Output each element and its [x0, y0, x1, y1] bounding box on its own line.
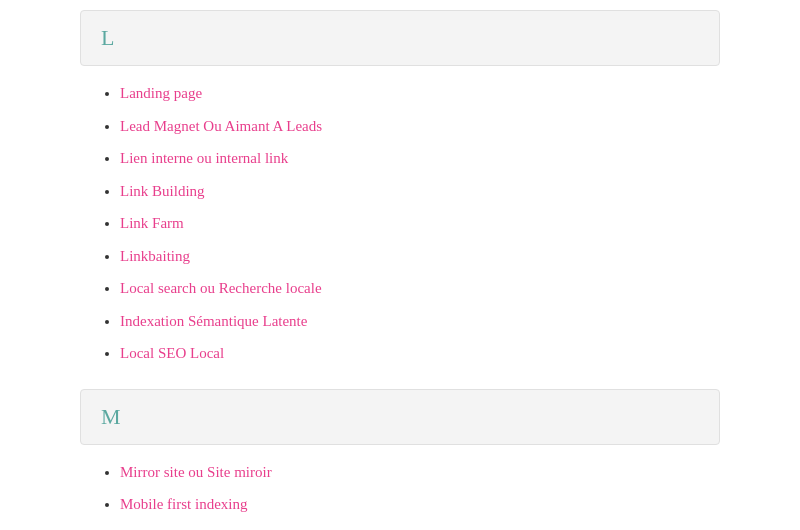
link-indexation-semantique[interactable]: Indexation Sémantique Latente	[120, 313, 307, 329]
list-item: Lead Magnet Ou Aimant A Leads	[120, 115, 700, 138]
section-header-l: L	[80, 10, 720, 66]
list-item: Link Farm	[120, 212, 700, 235]
link-local-search[interactable]: Local search ou Recherche locale	[120, 280, 322, 296]
list-item: Mobile friendly website	[120, 526, 700, 531]
section-m: M Mirror site ou Site miroir Mobile firs…	[100, 389, 700, 531]
link-linkbaiting[interactable]: Linkbaiting	[120, 248, 190, 264]
section-letter-m: M	[101, 404, 121, 429]
list-item: Mobile first indexing	[120, 493, 700, 516]
section-letter-l: L	[101, 25, 114, 50]
list-item: Mirror site ou Site miroir	[120, 461, 700, 484]
page-wrapper: L Landing page Lead Magnet Ou Aimant A L…	[0, 0, 800, 530]
section-list-m: Mirror site ou Site miroir Mobile first …	[100, 461, 700, 531]
list-item: Link Building	[120, 180, 700, 203]
section-l: L Landing page Lead Magnet Ou Aimant A L…	[100, 10, 700, 365]
link-local-seo[interactable]: Local SEO Local	[120, 345, 224, 361]
list-item: Local SEO Local	[120, 342, 700, 365]
list-item: Landing page	[120, 82, 700, 105]
link-lead-magnet[interactable]: Lead Magnet Ou Aimant A Leads	[120, 118, 322, 134]
section-header-m: M	[80, 389, 720, 445]
list-item: Linkbaiting	[120, 245, 700, 268]
link-mobile-first-indexing[interactable]: Mobile first indexing	[120, 496, 248, 512]
list-item: Lien interne ou internal link	[120, 147, 700, 170]
link-lien-interne[interactable]: Lien interne ou internal link	[120, 150, 288, 166]
list-item: Indexation Sémantique Latente	[120, 310, 700, 333]
section-list-l: Landing page Lead Magnet Ou Aimant A Lea…	[100, 82, 700, 365]
list-item: Local search ou Recherche locale	[120, 277, 700, 300]
link-link-building[interactable]: Link Building	[120, 183, 205, 199]
link-mirror-site[interactable]: Mirror site ou Site miroir	[120, 464, 272, 480]
link-landing-page[interactable]: Landing page	[120, 85, 202, 101]
link-link-farm[interactable]: Link Farm	[120, 215, 184, 231]
